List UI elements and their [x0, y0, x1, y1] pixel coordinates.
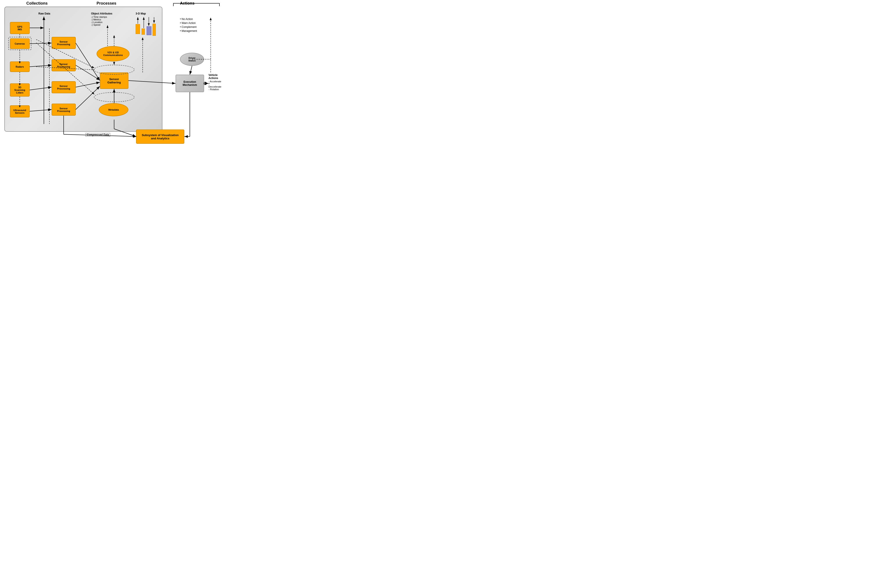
sensor-processing-2: SensorProcessing	[52, 59, 76, 71]
metadata-box: Metadata	[99, 103, 128, 116]
object-attributes-section: Object Attributes -) Time stamps -) Metr…	[91, 12, 112, 26]
svg-point-29	[204, 82, 207, 85]
attr-timestamps: -) Time stamps	[91, 16, 112, 18]
dashed-ellipse-bottom	[94, 92, 135, 102]
action-management: Management	[182, 29, 197, 33]
driver-status-ellipse: DriverStatus	[180, 52, 204, 66]
subsystem-box: Subsystem of Visualizationand Analytics	[136, 129, 184, 144]
radars-box: Radars	[10, 62, 30, 72]
action-warn: Warn Action	[182, 21, 196, 25]
svg-line-27	[190, 66, 192, 75]
attr-location: -) Location	[91, 21, 112, 24]
gps-ims-box: GPSIMS	[10, 22, 30, 34]
actions-header: Actions	[180, 1, 195, 6]
map-3d-item1	[136, 24, 140, 34]
va-decelerate: - Deccelerate	[208, 83, 222, 88]
sensor-processing-3: SensorProcessing	[52, 81, 76, 93]
processes-header: Processes	[97, 1, 116, 6]
execution-mechanism-box: ExecutionMechanism	[175, 75, 204, 92]
map-3d-item4	[153, 24, 156, 36]
ultrasound-box: UltrasoundSensors	[10, 105, 30, 117]
compressed-data-label: Compressed Data	[85, 133, 110, 136]
object-attributes-title: Object Attributes	[91, 12, 112, 15]
action-complement: Complement	[182, 26, 196, 28]
lidars-box: 3DScanningLidars	[10, 83, 30, 97]
vehicle-actions-title: Vehicle Actions	[208, 74, 222, 80]
collections-header: Collections	[26, 1, 48, 6]
action-no-action: No Action	[182, 18, 193, 21]
actions-bullets: • No Action • Warn Action • Complement •…	[180, 18, 197, 33]
sensor-processing-4: SensorProcessing	[52, 104, 76, 116]
raw-data-label: Raw Data	[38, 12, 50, 15]
map-3d-item2	[142, 28, 145, 34]
vehicle-actions-section: Vehicle Actions - Accelerate - Deccelera…	[208, 74, 222, 91]
attr-speed: -) Speed	[91, 24, 112, 26]
map-3d-item3	[147, 26, 151, 35]
sensor-processing-1: SensorProcessing	[52, 37, 76, 49]
map-3d-label: 3-D Map	[136, 12, 146, 15]
dashed-ellipse-top	[94, 65, 135, 75]
sensor-gathering-box: SensorGathering	[100, 72, 128, 89]
v2v-v2i-box: V2V & V2ICommunications	[97, 46, 129, 62]
attr-metrics: -) Metrics	[91, 18, 112, 21]
va-rotation: - Rotation	[208, 88, 222, 91]
cameras-box: Cameras	[10, 38, 30, 49]
va-accelerate: - Accelerate	[208, 80, 222, 83]
